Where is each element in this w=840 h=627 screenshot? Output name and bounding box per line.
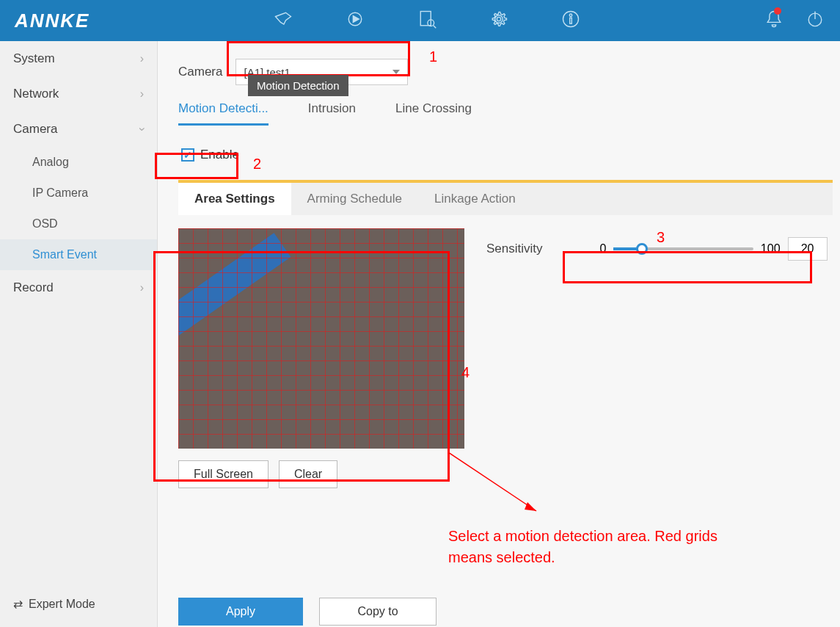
topbar: ANNKE — [0, 0, 840, 41]
subtab-label: Area Settings — [194, 192, 275, 206]
dropdown-arrow-icon — [392, 70, 400, 74]
tab-label: Motion Detecti... — [178, 101, 269, 115]
brand-logo: ANNKE — [15, 10, 90, 32]
full-screen-button[interactable]: Full Screen — [178, 460, 269, 488]
sidebar-item-label: Analog — [32, 156, 69, 169]
expert-mode-toggle[interactable]: ⇄ Expert Mode — [0, 585, 157, 627]
playback-icon[interactable] — [345, 9, 365, 32]
tab-label: Line Crossing — [395, 101, 472, 115]
selection-grid-overlay — [178, 228, 464, 449]
annotation-note: Select a motion detection area. Red grid… — [448, 526, 764, 568]
sidebar-item-label: OSD — [32, 217, 58, 231]
copy-to-button[interactable]: Copy to — [319, 598, 437, 626]
apply-button[interactable]: Apply — [178, 598, 303, 626]
svg-rect-2 — [421, 12, 431, 26]
chevron-right-icon: › — [140, 52, 144, 65]
sidebar-item-label: System — [13, 51, 55, 66]
notification-dot — [774, 7, 781, 15]
svg-marker-1 — [354, 16, 359, 23]
expert-mode-label: Expert Mode — [29, 598, 95, 611]
sidebar-item-record[interactable]: Record › — [0, 270, 157, 305]
tab-label: Intrusion — [308, 101, 356, 115]
tab-motion-detection[interactable]: Motion Detecti... — [178, 101, 269, 126]
chevron-down-icon: › — [135, 127, 148, 131]
sidebar-item-smart-event[interactable]: Smart Event — [0, 239, 157, 270]
sub-tabs: Area Settings Arming Schedule Linkage Ac… — [178, 180, 833, 215]
sidebar-item-label: Network — [13, 87, 59, 101]
sidebar-item-ip-camera[interactable]: IP Camera — [0, 178, 157, 209]
topbar-right-icons — [764, 9, 825, 32]
enable-label: Enable — [200, 148, 239, 162]
enable-checkbox[interactable]: ✓ Enable — [178, 146, 242, 164]
power-icon[interactable] — [805, 9, 825, 32]
detection-tabs: Motion Detecti... Intrusion Line Crossin… — [178, 101, 833, 126]
slider-track[interactable] — [613, 247, 753, 250]
sidebar: System › Network › Camera › Analog IP Ca… — [0, 41, 158, 627]
sensitivity-slider[interactable]: 0 100 20 — [600, 237, 828, 261]
sidebar-item-camera[interactable]: Camera › — [0, 112, 157, 147]
svg-marker-11 — [525, 502, 536, 511]
clear-button[interactable]: Clear — [279, 460, 337, 488]
sidebar-item-analog[interactable]: Analog — [0, 147, 157, 178]
annotation-number-2: 2 — [253, 156, 261, 173]
button-label: Apply — [226, 605, 255, 618]
sidebar-item-system[interactable]: System › — [0, 41, 157, 76]
checkbox-icon: ✓ — [181, 148, 194, 162]
subtab-label: Arming Schedule — [307, 192, 402, 206]
chevron-right-icon: › — [140, 281, 144, 294]
subtab-linkage-action[interactable]: Linkage Action — [418, 183, 532, 215]
main-content: Camera [A1] test1 Motion Detection Motio… — [158, 41, 840, 627]
topbar-nav-icons — [273, 9, 581, 32]
camera-icon[interactable] — [273, 9, 293, 32]
bell-icon[interactable] — [764, 9, 784, 32]
sensitivity-value-input[interactable]: 20 — [788, 237, 828, 261]
sidebar-item-label: Camera — [13, 122, 57, 137]
camera-label: Camera — [178, 65, 222, 79]
slider-thumb[interactable] — [636, 243, 648, 255]
button-label: Copy to — [357, 605, 398, 618]
sidebar-item-network[interactable]: Network › — [0, 76, 157, 112]
sidebar-item-label: Smart Event — [32, 248, 97, 261]
gear-icon[interactable] — [489, 9, 509, 32]
svg-line-4 — [434, 26, 437, 29]
button-label: Clear — [294, 468, 322, 481]
sidebar-item-label: IP Camera — [32, 186, 88, 200]
tab-intrusion[interactable]: Intrusion — [308, 101, 356, 126]
sidebar-item-osd[interactable]: OSD — [0, 209, 157, 239]
sidebar-item-label: Record — [13, 280, 54, 295]
search-doc-icon[interactable] — [417, 9, 437, 32]
sensitivity-value: 20 — [801, 242, 814, 255]
chevron-right-icon: › — [140, 87, 144, 101]
motion-area-preview[interactable] — [178, 228, 464, 449]
info-icon[interactable] — [560, 9, 581, 32]
tab-line-crossing[interactable]: Line Crossing — [395, 101, 472, 126]
motion-detection-tooltip: Motion Detection — [248, 75, 348, 96]
sensitivity-label: Sensitivity — [486, 242, 543, 256]
svg-rect-6 — [570, 18, 572, 23]
slider-max: 100 — [761, 242, 781, 255]
subtab-arming-schedule[interactable]: Arming Schedule — [291, 183, 418, 215]
slider-min: 0 — [600, 242, 607, 255]
sliders-icon: ⇄ — [13, 597, 23, 611]
subtab-label: Linkage Action — [434, 192, 516, 206]
svg-point-7 — [570, 14, 573, 17]
subtab-area-settings[interactable]: Area Settings — [178, 183, 291, 215]
button-label: Full Screen — [194, 468, 253, 481]
